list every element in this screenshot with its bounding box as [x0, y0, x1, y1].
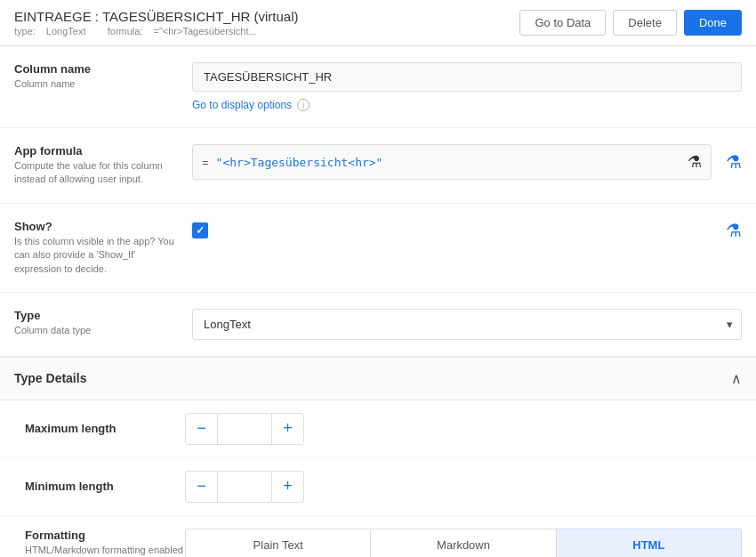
- column-name-desc: Column name: [14, 77, 178, 91]
- formula-beaker-icon[interactable]: ⚗: [688, 152, 702, 172]
- type-details-title: Type Details: [14, 371, 86, 385]
- max-length-label: Maximum length: [25, 422, 185, 435]
- header-title-area: EINTRAEGE : TAGESÜBERSICHT_HR (virtual) …: [14, 9, 299, 36]
- type-details-content: Maximum length − + Minimum length − +: [0, 400, 756, 557]
- formula-container[interactable]: = "<hr>Tagesübersicht<hr>" ⚗: [192, 144, 712, 180]
- formatting-desc: HTML/Markdown formatting enabled only in…: [25, 544, 185, 557]
- goto-display-options-link[interactable]: Go to display options: [192, 99, 292, 111]
- type-label: type:: [14, 26, 36, 36]
- formatting-row: Formatting HTML/Markdown formatting enab…: [0, 516, 756, 557]
- page-header: EINTRAEGE : TAGESÜBERSICHT_HR (virtual) …: [0, 0, 756, 46]
- show-checkbox[interactable]: [192, 222, 208, 238]
- max-length-plus-button[interactable]: +: [271, 414, 303, 444]
- main-content: Column name Column name Go to display op…: [0, 46, 756, 557]
- formula-text: "<hr>Tagesübersicht<hr>": [216, 156, 680, 169]
- max-length-field: − +: [185, 413, 742, 445]
- show-label-area: Show? Is this column visible in the app?…: [14, 220, 192, 276]
- header-subtitle: type:LongText formula:="<hr>Tagesübersic…: [14, 26, 299, 36]
- chevron-up-icon: ∧: [731, 370, 742, 387]
- format-markdown-button[interactable]: Markdown: [371, 529, 556, 557]
- formatting-label-area: Formatting HTML/Markdown formatting enab…: [25, 529, 185, 557]
- show-controls: ⚗: [192, 220, 742, 241]
- show-section: Show? Is this column visible in the app?…: [0, 204, 756, 293]
- formatting-buttons: Plain Text Markdown HTML: [185, 529, 742, 557]
- max-length-row: Maximum length − +: [0, 400, 756, 458]
- show-field: ⚗: [192, 220, 742, 241]
- app-formula-label: App formula: [14, 144, 178, 157]
- type-section: Type Column data type LongText Text Numb…: [0, 293, 756, 357]
- column-name-input[interactable]: [192, 62, 742, 92]
- format-plain-text-button[interactable]: Plain Text: [185, 529, 371, 557]
- app-formula-field: = "<hr>Tagesübersicht<hr>" ⚗ ⚗: [192, 144, 742, 180]
- type-value: LongText: [46, 26, 86, 36]
- min-length-plus-button[interactable]: +: [271, 472, 303, 502]
- app-formula-desc: Compute the value for this column instea…: [14, 159, 178, 187]
- page-title: EINTRAEGE : TAGESÜBERSICHT_HR (virtual): [14, 9, 299, 24]
- type-label-area: Type Column data type: [14, 309, 192, 337]
- show-label: Show?: [14, 220, 178, 233]
- min-length-label: Minimum length: [25, 480, 185, 493]
- column-name-section: Column name Column name Go to display op…: [0, 46, 756, 128]
- app-formula-label-area: App formula Compute the value for this c…: [14, 144, 192, 187]
- delete-button[interactable]: Delete: [613, 10, 677, 36]
- type-details-header[interactable]: Type Details ∧: [0, 357, 756, 400]
- min-length-field: − +: [185, 471, 742, 503]
- header-buttons: Go to Data Delete Done: [519, 10, 742, 36]
- type-select-wrap: LongText Text Number Date Email ▾: [192, 309, 742, 340]
- column-name-field: Go to display options i: [192, 62, 742, 111]
- column-name-label-area: Column name Column name: [14, 62, 192, 91]
- max-length-stepper: − +: [185, 413, 304, 445]
- show-desc: Is this column visible in the app? You c…: [14, 235, 178, 276]
- formula-value: ="<hr>Tagesübersicht...: [154, 26, 257, 36]
- formula-label: formula:: [108, 26, 143, 36]
- type-label: Type: [14, 309, 178, 322]
- formula-eq: =: [202, 156, 209, 169]
- max-length-minus-button[interactable]: −: [186, 414, 218, 444]
- show-test-icon[interactable]: ⚗: [726, 220, 742, 241]
- type-field: LongText Text Number Date Email ▾: [192, 309, 742, 340]
- goto-data-button[interactable]: Go to Data: [519, 10, 606, 36]
- min-length-value: [218, 481, 271, 492]
- max-length-value: [218, 424, 271, 434]
- min-length-row: Minimum length − +: [0, 458, 756, 516]
- min-length-minus-button[interactable]: −: [186, 472, 218, 502]
- formatting-label: Formatting: [25, 529, 185, 542]
- done-button[interactable]: Done: [684, 10, 742, 36]
- app-formula-section: App formula Compute the value for this c…: [0, 128, 756, 204]
- min-length-stepper: − +: [185, 471, 304, 503]
- format-html-button[interactable]: HTML: [557, 529, 742, 557]
- formula-test-icon[interactable]: ⚗: [726, 151, 742, 173]
- type-desc: Column data type: [14, 324, 178, 337]
- column-name-label: Column name: [14, 62, 178, 76]
- display-options-row: Go to display options i: [192, 99, 742, 111]
- info-icon[interactable]: i: [297, 99, 310, 111]
- type-select[interactable]: LongText Text Number Date Email: [192, 309, 742, 340]
